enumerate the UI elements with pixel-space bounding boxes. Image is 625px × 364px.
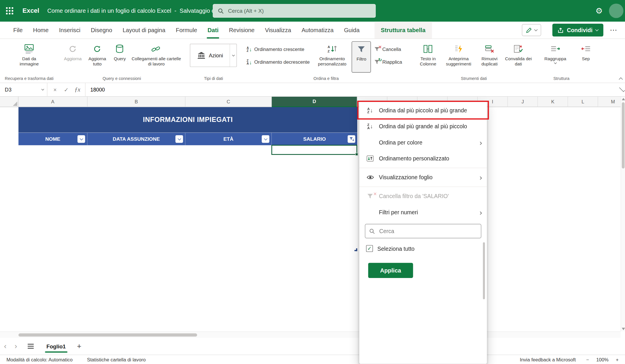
dati-da-immagine-button[interactable]: Dati da immagine [16, 41, 42, 73]
editing-mode-button[interactable] [522, 24, 541, 36]
formula-input[interactable]: 18000 [85, 87, 619, 93]
next-sheet-arrow[interactable]: › [10, 342, 21, 350]
filter-dropdown-data-assunzione[interactable] [175, 135, 183, 143]
column-header-M[interactable]: M [598, 97, 621, 107]
zoom-out-button[interactable]: − [586, 357, 589, 362]
select-all-corner[interactable] [0, 97, 19, 107]
vertical-scroll-thumb[interactable] [622, 102, 625, 169]
ordinamento-decrescente-button[interactable]: ZA↓ Ordinamento decrescente [245, 57, 313, 67]
tab-home[interactable]: Home [28, 22, 54, 39]
user-avatar[interactable] [609, 3, 624, 18]
raggruppa-button[interactable]: Raggruppa [540, 41, 570, 73]
table-header-salario[interactable]: SALARIO [272, 133, 357, 145]
settings-gear-icon[interactable]: ⚙ [595, 0, 603, 22]
selected-cell-outline-d3 [271, 145, 357, 155]
search-icon [218, 8, 224, 14]
menu-clear-filter[interactable]: ✕ Cancella filtro da 'SALARIO' [359, 188, 487, 204]
scroll-up-arrow[interactable] [622, 98, 625, 100]
menu-number-filters[interactable]: Filtri per numeri › [359, 204, 487, 220]
tab-automatizza[interactable]: Automatizza [296, 22, 339, 39]
tab-guida[interactable]: Guida [339, 22, 365, 39]
column-header-D[interactable]: D [272, 97, 357, 107]
tab-revisione[interactable]: Revisione [224, 22, 260, 39]
column-headers: ABCDIJKLM [19, 97, 621, 107]
table-resize-handle[interactable] [354, 248, 357, 251]
search-input[interactable] [227, 8, 370, 14]
ordinamento-crescente-button[interactable]: AZ↓ Ordinamento crescente [245, 45, 313, 54]
separa-button-clipped[interactable]: Sep [572, 41, 600, 73]
name-box[interactable]: D3 [0, 83, 47, 96]
horizontal-scrollbar[interactable] [0, 331, 621, 338]
azioni-dropdown[interactable] [230, 44, 237, 67]
menu-sort-descending[interactable]: ZA↓ Ordina dal più grande al più piccolo [359, 118, 487, 134]
convalida-dati-button[interactable]: Convalida dei dati [504, 41, 533, 73]
menu-sheet-view[interactable]: Visualizzazione foglio › [359, 169, 487, 185]
testo-in-colonne-button[interactable]: Testo in Colonne [415, 41, 441, 73]
column-header-J[interactable]: J [508, 97, 538, 107]
table-header-eta[interactable]: ETÀ [185, 133, 272, 145]
filter-search-input[interactable] [378, 228, 477, 235]
tab-layout-di-pagina[interactable]: Layout di pagina [117, 22, 170, 39]
scroll-down-arrow[interactable] [622, 328, 625, 330]
apply-filter-button[interactable]: Applica [368, 263, 413, 278]
link-icon [152, 43, 161, 55]
query-button[interactable]: Query [111, 41, 129, 73]
add-sheet-button[interactable]: + [71, 342, 87, 350]
zoom-level[interactable]: 100% [596, 357, 609, 362]
vertical-scrollbar[interactable] [621, 97, 625, 331]
cancella-filtro-button[interactable]: ✕ Cancella [373, 45, 407, 54]
filter-dropdown-eta[interactable] [262, 135, 269, 143]
rimuovi-duplicati-button[interactable]: Rimuovi duplicati [476, 41, 503, 73]
tab-struttura-tabella[interactable]: Struttura tabella [374, 22, 432, 39]
expand-formula-bar-icon[interactable] [619, 86, 625, 92]
clear-filter-icon: ✕ [364, 193, 376, 199]
filter-dropdown-salario-active[interactable] [348, 135, 355, 143]
tab-disegno[interactable]: Disegno [85, 22, 117, 39]
column-header-C[interactable]: C [185, 97, 272, 107]
aggiorna-button[interactable]: Aggiorna [62, 41, 84, 73]
table-header-nome[interactable]: NOME [19, 133, 88, 145]
column-header-K[interactable]: K [538, 97, 568, 107]
aggiorna-tutto-button[interactable]: Aggiorna tutto [86, 41, 109, 73]
all-sheets-menu-icon[interactable] [28, 344, 34, 349]
calc-mode-status[interactable]: Modalità di calcolo: Automatico [6, 357, 72, 362]
share-button[interactable]: Condividi [553, 24, 604, 36]
filter-applied-icon [349, 137, 354, 142]
tab-inserisci[interactable]: Inserisci [54, 22, 86, 39]
filtro-button[interactable]: Filtro [352, 41, 371, 73]
menu-sort-ascending[interactable]: AZ↓ Ordina dal più piccolo al più grande [359, 102, 487, 118]
table-header-data-assunzione[interactable]: DATA ASSUNZIONE [88, 133, 185, 145]
zoom-in-button[interactable]: + [616, 357, 619, 362]
tab-visualizza[interactable]: Visualizza [260, 22, 296, 39]
confirm-entry-icon[interactable]: ✓ [61, 87, 72, 93]
menu-custom-sort[interactable]: Ordinamento personalizzato [359, 151, 487, 167]
sheet-tab-foglio1[interactable]: Foglio1 [41, 338, 71, 355]
app-launcher-waffle-icon[interactable] [0, 0, 19, 22]
ordinamento-personalizzato-button[interactable]: AZ Ordinamento personalizzato [314, 41, 350, 73]
cancel-entry-icon[interactable]: × [50, 87, 60, 93]
column-header-B[interactable]: B [88, 97, 185, 107]
cells-area[interactable]: INFORMAZIONI IMPIEGATI NOME DATA ASSUNZI… [19, 107, 621, 331]
riapplica-button[interactable]: ↻ Riapplica [373, 57, 407, 67]
horizontal-scroll-thumb[interactable] [19, 333, 197, 336]
filter-list-scroll-thumb[interactable] [483, 242, 485, 299]
prev-sheet-arrow[interactable]: ‹ [0, 342, 10, 350]
feedback-link[interactable]: Invia feedback a Microsoft [520, 357, 576, 362]
table-title[interactable]: INFORMAZIONI IMPIEGATI [19, 107, 357, 133]
workbook-stats-status[interactable]: Statistiche cartella di lavoro [87, 357, 145, 362]
anteprima-suggerimenti-button[interactable]: Anteprima suggerimenti [442, 41, 475, 73]
ribbon-overflow-button[interactable]: ⋯ [610, 26, 618, 34]
insert-function-icon[interactable]: ƒx [72, 86, 83, 93]
menu-sort-by-color[interactable]: Ordina per colore › [359, 134, 487, 150]
filter-search-box[interactable] [365, 224, 481, 238]
column-header-L[interactable]: L [568, 97, 598, 107]
tab-file[interactable]: File [8, 22, 28, 39]
filter-dropdown-nome[interactable] [77, 135, 85, 143]
collegamenti-cartelle-button[interactable]: Collegamenti alle cartelle di lavoro [131, 41, 182, 73]
azioni-button[interactable]: Azioni [190, 44, 230, 67]
checkbox-select-all[interactable]: ✓ Seleziona tutto [359, 242, 487, 255]
tab-formule[interactable]: Formule [171, 22, 203, 39]
column-header-A[interactable]: A [19, 97, 88, 107]
global-search[interactable] [213, 4, 376, 18]
tab-dati[interactable]: Dati [202, 22, 224, 39]
